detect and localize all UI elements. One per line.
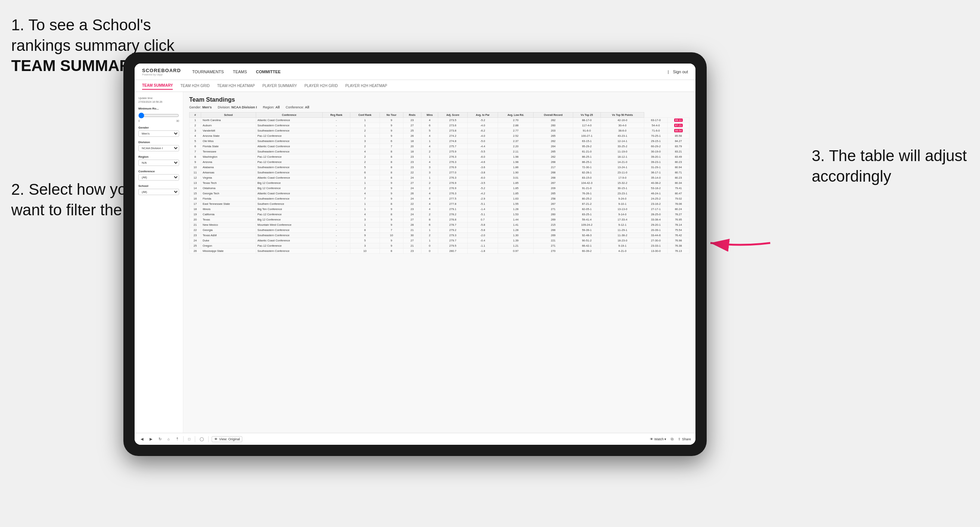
cell-data: - (323, 233, 350, 238)
nav-teams[interactable]: TEAMS (233, 68, 247, 76)
cell-data: 1 (350, 123, 380, 128)
cell-data: 276.3 (438, 160, 468, 165)
sub-nav-player-h2h-grid[interactable]: PLAYER H2H GRID (304, 82, 337, 89)
cell-data: 4 (421, 196, 438, 202)
cell-data: 279.7 (438, 238, 468, 243)
sub-nav-player-h2h-heatmap[interactable]: PLAYER H2H HEATMAP (345, 82, 387, 89)
conference-select[interactable]: (All) (138, 174, 179, 181)
cell-data: 1 (350, 133, 380, 139)
toolbar-share2[interactable]: ⇡ (174, 436, 180, 442)
cell-school: Virginia (201, 175, 256, 181)
cell-data: 2.77 (498, 128, 533, 133)
cell-data: 1 (350, 118, 380, 123)
cell-data: 117-4-0 (573, 123, 600, 128)
division-select[interactable]: NCAA Division I NCAA Division II (138, 145, 179, 151)
cell-data: 265 (533, 149, 573, 154)
rank-range-labels: 0 30 (138, 120, 179, 122)
cell-rank: 1 (189, 118, 201, 123)
sub-nav-player-summary[interactable]: PLAYER SUMMARY (262, 82, 297, 89)
toolbar-home[interactable]: ⌂ (166, 436, 171, 442)
cell-conference: Southern Conference (256, 202, 323, 207)
table-title: Team Standings (189, 97, 689, 103)
table-row: 18IllinoisBig Ten Conference-19234279.1-… (189, 207, 689, 212)
cell-data: 23-16-2 (644, 202, 667, 207)
cell-data: 86-25-1 (573, 154, 600, 160)
cell-school: North Carolina (201, 118, 256, 123)
cell-conference: Big 12 Conference (256, 217, 323, 222)
cell-data: 84.27 (667, 139, 689, 144)
tablet-screen: SCOREBOARD Powered by clippi TOURNAMENTS… (135, 63, 695, 445)
sub-nav-team-h2h-grid[interactable]: TEAM H2H GRID (180, 82, 209, 89)
cell-data: 2 (421, 181, 438, 186)
cell-rank: 12 (189, 175, 201, 181)
cell-conference: Atlantic Coast Conference (256, 175, 323, 181)
cell-data: 9 (380, 217, 403, 222)
region-filter: Region: All (263, 105, 280, 109)
region-select[interactable]: N/A All (138, 160, 179, 166)
sidebar-filters: Update time: 27/03/2024 16:56:26 Minimum… (135, 92, 183, 433)
cell-data: - (323, 175, 350, 181)
sub-nav-team-summary[interactable]: TEAM SUMMARY (142, 82, 173, 90)
toolbar-copy[interactable]: □ (186, 436, 192, 442)
cell-data: -1.4 (468, 207, 498, 212)
region-label: Region (138, 155, 179, 159)
logo-text: SCOREBOARD (142, 68, 181, 73)
cell-data: 6 (421, 222, 438, 228)
cell-data: 78.06 (667, 202, 689, 207)
cell-data: 9 (350, 233, 380, 238)
cell-data: 9 (380, 123, 403, 128)
cell-data: 268 (533, 175, 573, 181)
cell-data: - (323, 133, 350, 139)
toolbar-clock[interactable]: ◯ (198, 436, 205, 442)
cell-data: -3.8 (468, 170, 498, 175)
table-row: 8WashingtonPac-12 Conference-28231276.3-… (189, 154, 689, 160)
cell-data: 4 (421, 144, 438, 149)
cell-data: 274.8 (438, 139, 468, 144)
main-content: Update time: 27/03/2024 16:56:26 Minimum… (135, 92, 695, 433)
cell-data: 23-11-0 (601, 170, 644, 175)
toolbar-expand[interactable]: ⧉ (669, 436, 675, 442)
sign-out-link[interactable]: Sign out (673, 68, 688, 76)
cell-data: 80.71 (667, 170, 689, 175)
cell-data: 9 (380, 207, 403, 212)
logo-area: SCOREBOARD Powered by clippi (142, 68, 181, 76)
cell-data: -5.0 (468, 139, 498, 144)
table-filters: Gender: Men's Division: NCAA Division I … (189, 105, 689, 109)
cell-data: 2 (350, 144, 380, 149)
cell-data: 1 (421, 175, 438, 181)
toolbar-back[interactable]: ◀ (139, 436, 145, 442)
cell-data: 76.38 (667, 243, 689, 249)
cell-data: 80.23 (667, 160, 689, 165)
cell-data: - (323, 222, 350, 228)
sidebar-gender: Gender Men's Women's (138, 126, 179, 137)
cell-data: - (323, 144, 350, 149)
cell-data: 3 (350, 139, 380, 144)
cell-data: 8 (380, 249, 403, 254)
nav-tournaments[interactable]: TOURNAMENTS (192, 68, 224, 76)
school-select[interactable]: (All) (138, 189, 179, 195)
cell-data: 7 (350, 196, 380, 202)
toolbar-sep3 (208, 436, 208, 442)
table-row: 7TennesseeSoutheastern Conference-481822… (189, 149, 689, 154)
cell-data: 1 (350, 222, 380, 228)
min-rank-slider[interactable] (138, 113, 179, 119)
share-button[interactable]: ⇧ Share (678, 437, 691, 441)
conference-label: Conference (138, 170, 179, 173)
sub-nav-team-h2h-heatmap[interactable]: TEAM H2H HEATMAP (217, 82, 255, 89)
toolbar-forward[interactable]: ▶ (148, 436, 154, 442)
cell-data: 82-05-1 (573, 207, 600, 212)
nav-committee[interactable]: COMMITTEE (256, 68, 281, 76)
cell-school: New Mexico (201, 222, 256, 228)
cell-data: 0.97 (498, 249, 533, 254)
cell-data: 2.52 (498, 133, 533, 139)
toolbar-refresh[interactable]: ↻ (157, 436, 163, 442)
watch-button[interactable]: 👁 Watch ▾ (650, 437, 666, 441)
table-row: 13Texas TechBig 12 Conference-19272276.9… (189, 181, 689, 186)
view-original-button[interactable]: 👁 View: Original (212, 436, 242, 442)
cell-data: 5 (350, 238, 380, 243)
cell-data: -2.9 (468, 196, 498, 202)
cell-data: - (323, 243, 350, 249)
cell-rank: 8 (189, 154, 201, 160)
gender-select[interactable]: Men's Women's (138, 130, 179, 137)
cell-data: 215 (533, 222, 573, 228)
